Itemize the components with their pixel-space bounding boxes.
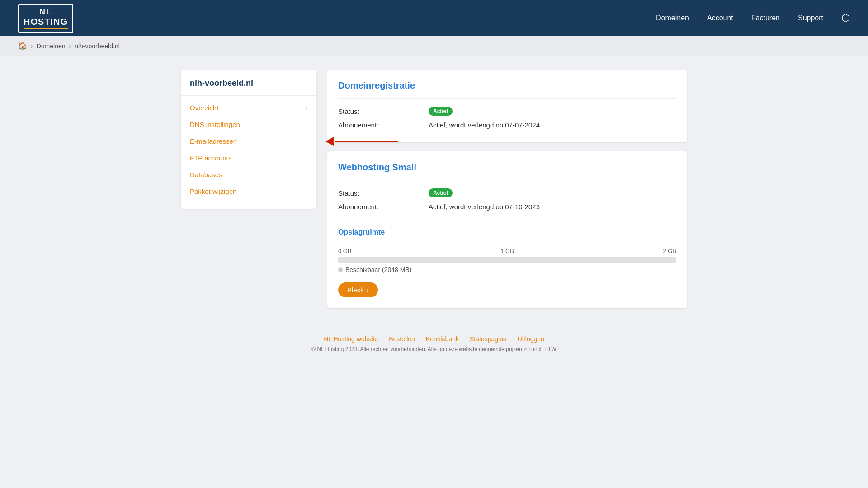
nav-facturen[interactable]: Facturen [751,14,780,22]
footer-link-statuspagina[interactable]: Statuspagina [470,335,507,343]
sidebar-item-dns[interactable]: DNS instellingen [181,116,316,133]
storage-label-1: 1 GB [500,248,514,254]
footer-link-kennisbank[interactable]: Kennisbank [426,335,459,343]
sidebar-item-pakket[interactable]: Pakket wijzigen [181,183,316,200]
sidebar-item-label-databases: Databases [190,171,222,178]
main-content: nlh-voorbeeld.nl Overzicht › DNS instell… [163,56,705,322]
sidebar-item-overzicht[interactable]: Overzicht › [181,99,316,116]
sidebar-items: Overzicht › DNS instellingen E-mailadres… [181,99,316,200]
status-badge-1: Actief [429,107,453,116]
logo-hosting: HOSTING [24,17,68,27]
storage-label-0: 0 GB [338,248,352,254]
footer-copyright: © NL Hosting 2023. Alle rechten voorbeho… [18,346,850,352]
abonnement-value-2: Actief, wordt verlengd op 07-10-2023 [429,203,540,211]
footer-link-uitloggen[interactable]: Uitloggen [518,335,544,343]
abonnement-row-1: Abonnement: Actief, wordt verlengd op 07… [338,118,676,131]
sidebar-item-label-pakket: Pakket wijzigen [190,188,236,195]
sidebar-item-ftp[interactable]: FTP accounts [181,150,316,166]
breadcrumb-domeinen[interactable]: Domeinen [37,42,66,50]
plesk-button[interactable]: Plesk › [338,282,378,297]
status-row-1: Status: Actief [338,104,676,118]
storage-dot [338,267,343,272]
storage-bar [338,257,676,263]
arrow-line [335,141,398,142]
sidebar-item-databases[interactable]: Databases [181,166,316,183]
breadcrumb-sep-1: › [31,42,33,50]
nav-domeinen[interactable]: Domeinen [656,14,689,22]
domeinregistratie-card: Domeinregistratie Status: Actief Abonnem… [327,70,687,142]
plesk-btn-label: Plesk [347,286,364,294]
sidebar: nlh-voorbeeld.nl Overzicht › DNS instell… [181,70,316,209]
breadcrumb-sep-2: › [69,42,71,50]
storage-available-text: Beschikbaar (2048 MB) [345,266,411,273]
logo[interactable]: NL HOSTING [18,4,73,33]
status-row-2: Status: Actief [338,186,676,200]
sidebar-item-label-email: E-mailadressen [190,137,237,145]
chevron-right-icon: › [305,104,307,112]
storage-labels: 0 GB 1 GB 2 GB [338,248,676,254]
status-label-2: Status: [338,189,429,197]
status-label-1: Status: [338,108,429,115]
domeinregistratie-title: Domeinregistratie [338,80,676,91]
sidebar-item-label-overzicht: Overzicht [190,104,218,112]
sidebar-item-label-ftp: FTP accounts [190,154,231,162]
annotation-arrow [326,137,398,146]
footer-link-website[interactable]: NL Hosting website [324,335,378,343]
main-nav: Domeinen Account Facturen Support ⬡ [656,12,850,24]
storage-title: Opslagruimte [338,228,676,236]
breadcrumb-domain: nlh-voorbeeld.nl [75,42,120,50]
header: NL HOSTING Domeinen Account Facturen Sup… [0,0,868,36]
sidebar-title: nlh-voorbeeld.nl [181,79,316,96]
breadcrumb: 🏠 › Domeinen › nlh-voorbeeld.nl [0,36,868,56]
email-row-wrapper: E-mailadressen [181,133,316,150]
footer: NL Hosting website Bestellen Kennisbank … [0,322,868,361]
webhosting-card: Webhosting Small Status: Actief Abonneme… [327,151,687,308]
status-badge-2: Actief [429,188,453,197]
content-area: Domeinregistratie Status: Actief Abonnem… [327,70,687,308]
logo-underline [24,28,68,29]
abonnement-label-2: Abonnement: [338,203,429,211]
nav-account[interactable]: Account [707,14,733,22]
logo-nl: NL [39,7,52,17]
logout-icon[interactable]: ⬡ [841,12,850,24]
storage-section: Opslagruimte 0 GB 1 GB 2 GB Beschikbaar … [338,221,676,297]
sidebar-item-email[interactable]: E-mailadressen [181,133,316,150]
nav-support[interactable]: Support [798,14,823,22]
abonnement-label-1: Abonnement: [338,121,429,129]
abonnement-value-1: Actief, wordt verlengd op 07-07-2024 [429,121,540,129]
plesk-btn-chevron: › [367,286,369,294]
sidebar-item-label-dns: DNS instellingen [190,121,240,128]
home-icon[interactable]: 🏠 [18,42,27,50]
abonnement-row-2: Abonnement: Actief, wordt verlengd op 07… [338,200,676,213]
arrow-head [326,137,334,146]
storage-available: Beschikbaar (2048 MB) [338,266,676,273]
storage-label-2: 2 GB [663,248,676,254]
footer-links: NL Hosting website Bestellen Kennisbank … [18,335,850,343]
footer-link-bestellen[interactable]: Bestellen [389,335,415,343]
webhosting-title: Webhosting Small [338,162,676,173]
